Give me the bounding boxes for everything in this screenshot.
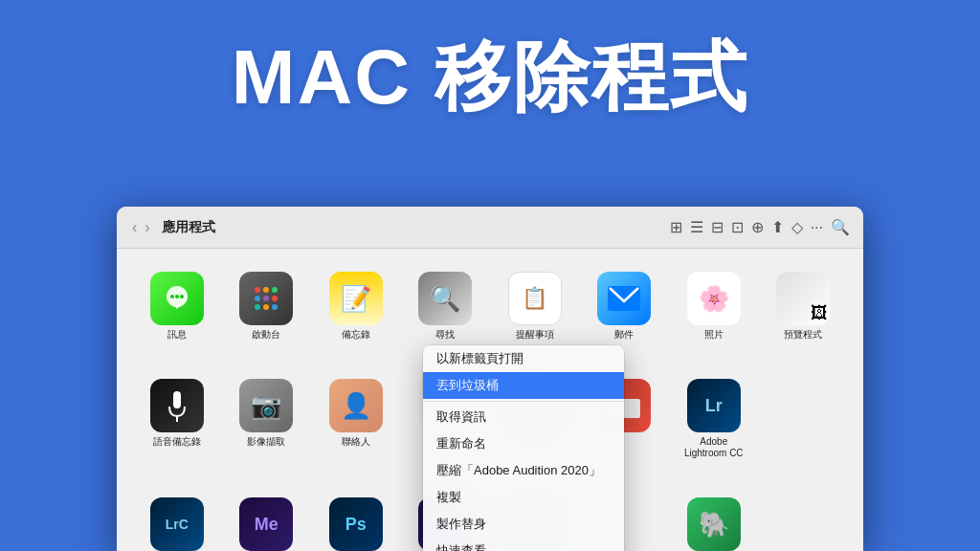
nav-arrows: ‹ › (130, 219, 152, 236)
group-icon[interactable]: ⊕ (751, 218, 764, 236)
photos-label: 照片 (704, 329, 724, 341)
app-lrc[interactable]: LrC Adobe Lightroom Classic (132, 490, 222, 551)
svg-point-11 (255, 304, 260, 310)
messages-icon (150, 272, 204, 325)
app-photos[interactable]: 🌸 照片 (669, 264, 759, 348)
app-launchpad[interactable]: 啟動台 (222, 264, 312, 348)
app-lightroom-cc[interactable]: Lr Adobe Lightroom CC (669, 371, 759, 467)
spotlight-label: 尋找 (435, 329, 455, 341)
evernote-icon: 🐘 (687, 497, 741, 551)
app-mail[interactable]: 郵件 (580, 264, 670, 348)
context-move-to-trash[interactable]: 丟到垃圾桶 (423, 372, 624, 399)
context-open-new-tab[interactable]: 以新標籤頁打開 (423, 345, 624, 372)
app-preview[interactable]: 🖼 預覽程式 (759, 264, 849, 348)
view-icon-column[interactable]: ⊟ (711, 218, 724, 236)
forward-arrow[interactable]: › (143, 219, 151, 236)
mail-icon (597, 272, 651, 325)
context-compress[interactable]: 壓縮「Adobe Audition 2020」 (423, 457, 624, 484)
voicememo-label: 語音備忘錄 (153, 436, 201, 448)
imagecapture-label: 影像擷取 (247, 436, 285, 448)
messages-label: 訊息 (167, 329, 187, 341)
svg-point-5 (255, 287, 260, 293)
svg-point-12 (263, 304, 269, 310)
notes-icon: 📝 (329, 272, 383, 325)
launchpad-label: 啟動台 (252, 329, 280, 341)
context-get-info[interactable]: 取得資訊 (423, 404, 624, 430)
svg-point-4 (180, 295, 184, 298)
blank1-icon (776, 379, 830, 432)
svg-point-8 (255, 296, 260, 301)
notes-label: 備忘錄 (342, 329, 370, 341)
finder-toolbar: ‹ › 應用程式 ⊞ ☰ ⊟ ⊡ ⊕ ⬆ ◇ ··· 🔍 (117, 207, 863, 249)
launchpad-icon (239, 272, 293, 325)
svg-point-13 (272, 304, 278, 310)
svg-point-9 (263, 296, 269, 301)
back-arrow[interactable]: ‹ (130, 219, 139, 236)
preview-icon: 🖼 (776, 272, 830, 325)
svg-point-7 (272, 287, 278, 293)
context-quick-look[interactable]: 快速查看 (423, 538, 624, 551)
svg-point-2 (170, 295, 174, 298)
context-duplicate[interactable]: 複製 (423, 484, 624, 511)
view-icon-grid[interactable]: ⊞ (670, 218, 682, 236)
app-mediaencoder[interactable]: Me Adobe Media Encoder 2021 (222, 490, 312, 551)
preview-label: 預覽程式 (784, 329, 822, 341)
reminders-icon: 📋 (508, 272, 562, 325)
app-notes[interactable]: 📝 備忘錄 (311, 264, 401, 348)
app-evernote[interactable]: 🐘 Evernote (669, 490, 759, 551)
app-messages[interactable]: 訊息 (132, 264, 222, 348)
app-photoshop[interactable]: Ps Adobe Photoshop 2021 (311, 490, 401, 551)
page-title: MAC 移除程式 (232, 34, 748, 120)
search-icon[interactable]: 🔍 (831, 218, 850, 236)
context-menu: 以新標籤頁打開 丟到垃圾桶 取得資訊 重新命名 壓縮「Adobe Auditio… (423, 345, 624, 551)
toolbar-location: 應用程式 (162, 219, 215, 236)
app-spotlight[interactable]: 🔍 尋找 (401, 264, 491, 348)
lightroom-cc-label: Adobe Lightroom CC (680, 436, 747, 459)
app-blank3 (759, 490, 849, 551)
imagecapture-icon: 📷 (239, 379, 293, 432)
contacts-label: 聯絡人 (342, 436, 370, 448)
photos-icon: 🌸 (687, 272, 741, 325)
svg-point-6 (263, 287, 269, 293)
context-make-alias[interactable]: 製作替身 (423, 511, 624, 538)
photoshop-icon: Ps (329, 497, 383, 551)
finder-window: ‹ › 應用程式 ⊞ ☰ ⊟ ⊡ ⊕ ⬆ ◇ ··· 🔍 (117, 207, 863, 551)
mail-label: 郵件 (614, 329, 634, 341)
app-reminders[interactable]: 📋 提醒事項 (490, 264, 580, 348)
app-imagecapture[interactable]: 📷 影像擷取 (222, 371, 312, 467)
voicememo-icon (150, 379, 204, 432)
app-voicememo[interactable]: 語音備忘錄 (132, 371, 222, 467)
app-contacts[interactable]: 👤 聯絡人 (311, 371, 401, 467)
svg-marker-1 (173, 305, 181, 309)
view-icon-list[interactable]: ☰ (690, 218, 703, 236)
toolbar-icons: ⊞ ☰ ⊟ ⊡ ⊕ ⬆ ◇ ··· 🔍 (670, 218, 850, 236)
background: MAC 移除程式 ‹ › 應用程式 ⊞ ☰ ⊟ ⊡ ⊕ ⬆ ◇ ··· 🔍 (0, 0, 980, 551)
share-icon[interactable]: ⬆ (771, 218, 784, 236)
lrc-icon: LrC (150, 497, 204, 551)
view-icon-gallery[interactable]: ⊡ (731, 218, 744, 236)
context-divider-1 (423, 401, 624, 402)
mediaencoder-icon: Me (239, 497, 293, 551)
title-area: MAC 移除程式 (0, 0, 980, 147)
tag-icon[interactable]: ◇ (791, 218, 803, 236)
app-blank1 (759, 371, 849, 467)
reminders-label: 提醒事項 (516, 329, 554, 341)
spotlight-icon: 🔍 (418, 272, 472, 325)
lightroom-cc-icon: Lr (687, 379, 741, 432)
svg-point-10 (272, 296, 278, 301)
more-icon[interactable]: ··· (811, 219, 823, 236)
svg-point-3 (175, 295, 179, 298)
svg-rect-15 (173, 391, 181, 408)
context-rename[interactable]: 重新命名 (423, 430, 624, 457)
contacts-icon: 👤 (329, 379, 383, 432)
